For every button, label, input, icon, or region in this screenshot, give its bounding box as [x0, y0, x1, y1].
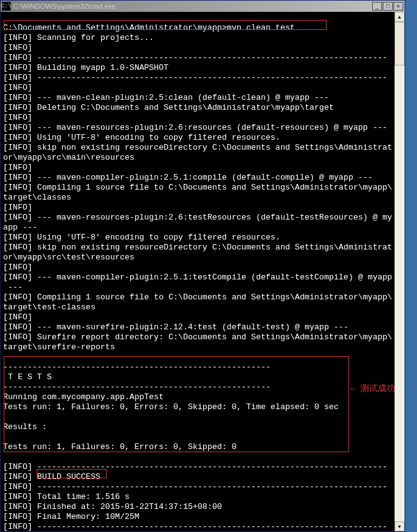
cmd-window: C:\ C:\WINDOWS\system32\cmd.exe _ □ × C:… — [0, 0, 405, 532]
titlebar[interactable]: C:\ C:\WINDOWS\system32\cmd.exe _ □ × — [1, 1, 405, 12]
terminal-output[interactable]: C:\Documents and Settings\Administrator\… — [1, 12, 395, 531]
terminal-area: C:\Documents and Settings\Administrator\… — [1, 12, 405, 531]
scrollbar: ▲ ▼ — [395, 12, 405, 531]
window-controls: _ □ × — [372, 2, 403, 11]
minimize-button[interactable]: _ — [372, 2, 382, 11]
window-title: C:\WINDOWS\system32\cmd.exe — [13, 2, 372, 10]
arrow-left-icon: ← — [349, 384, 358, 394]
scroll-down-button[interactable]: ▼ — [395, 521, 405, 531]
close-button[interactable]: × — [393, 2, 403, 11]
cmd-icon: C:\ — [2, 2, 11, 11]
scroll-track[interactable] — [395, 22, 405, 521]
annotation: ← 测试成功 — [349, 383, 395, 394]
scroll-thumb[interactable] — [395, 22, 405, 65]
annotation-text: 测试成功 — [360, 383, 395, 394]
maximize-button[interactable]: □ — [383, 2, 393, 11]
scroll-up-button[interactable]: ▲ — [395, 12, 405, 22]
